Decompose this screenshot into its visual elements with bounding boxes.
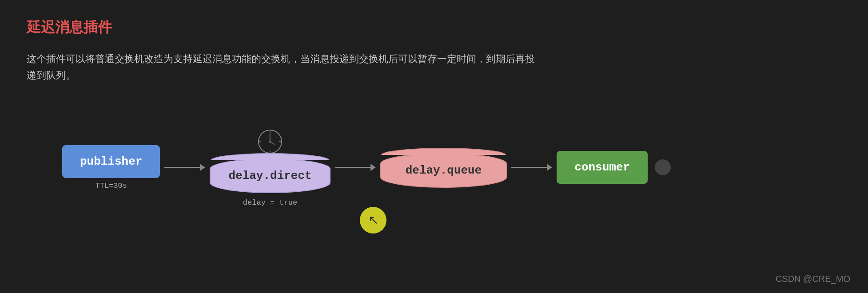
arrow-head-3: [547, 164, 552, 171]
description: 这个插件可以将普通交换机改造为支持延迟消息功能的交换机，当消息投递到交换机后可以…: [27, 51, 737, 84]
arrow-line-3: [511, 167, 547, 168]
publisher-box: publisher: [62, 145, 160, 178]
cursor-circle: ↖: [360, 207, 386, 234]
arrow-3: [511, 164, 552, 171]
clock-icon: [257, 128, 283, 155]
arrow-head-2: [370, 164, 376, 171]
arrow-2: [335, 164, 376, 171]
cursor-arrow-icon: ↖: [368, 213, 378, 227]
publisher-node: publisher TTL=30s: [62, 145, 160, 190]
queue-node: delay.queue: [380, 147, 507, 188]
exchange-box: delay.direct: [210, 158, 330, 193]
delay-attr-label: delay = true: [243, 198, 297, 207]
queue-box: delay.queue: [380, 153, 507, 188]
consumer-dot: [655, 159, 671, 175]
arrow-1: [164, 164, 205, 171]
arrow-line-1: [164, 167, 200, 168]
arrow-head-1: [200, 164, 205, 171]
diagram-area: publisher TTL=30s delay.direct: [27, 111, 841, 225]
page-title: 延迟消息插件: [27, 18, 841, 37]
exchange-node: delay.direct delay = true: [210, 128, 330, 207]
ttl-label: TTL=30s: [96, 182, 127, 190]
consumer-box: consumer: [557, 151, 648, 184]
svg-point-3: [269, 140, 271, 143]
consumer-node: consumer: [557, 151, 671, 184]
consumer-group: consumer: [557, 151, 671, 184]
watermark: CSDN @CRE_MO: [776, 274, 850, 284]
arrow-line-2: [335, 167, 370, 168]
diagram-container: publisher TTL=30s delay.direct: [27, 111, 841, 225]
